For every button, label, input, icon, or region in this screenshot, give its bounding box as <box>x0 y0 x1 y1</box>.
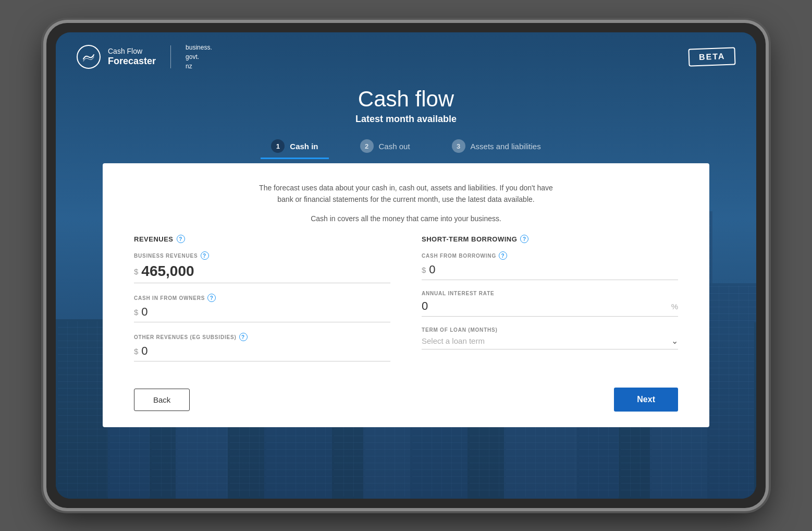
business-revenues-field: BUSINESS REVENUES ? $ <box>134 251 390 283</box>
card-actions: Back Next <box>134 388 678 412</box>
business-revenues-label: BUSINESS REVENUES ? <box>134 251 390 260</box>
other-revenues-label: OTHER REVENUES (EG SUBSIDIES) ? <box>134 333 390 341</box>
beta-badge: BETA <box>688 47 736 66</box>
revenues-title: REVENUES ? <box>134 235 390 243</box>
business-revenues-help-icon[interactable]: ? <box>201 251 209 260</box>
chevron-down-icon: ⌄ <box>671 336 678 346</box>
form-grid: REVENUES ? BUSINESS REVENUES ? $ <box>134 235 678 372</box>
steps-bar: 1 Cash in 2 Cash out 3 Assets and liabil… <box>56 125 756 158</box>
other-revenues-field: OTHER REVENUES (EG SUBSIDIES) ? $ <box>134 333 390 361</box>
logo-line1: Cash Flow <box>108 47 156 56</box>
logo-gov: business.govt.nz <box>186 43 212 71</box>
term-of-loan-select[interactable]: Select a loan term ⌄ <box>422 336 678 349</box>
step-3-label: Assets and liabilities <box>471 142 541 151</box>
short-term-borrowing-title: SHORT-TERM BORROWING ? <box>422 235 678 243</box>
main-card: The forecast uses data about your cash i… <box>103 163 709 427</box>
header: Cash Flow Forecaster business.govt.nz BE… <box>56 32 756 81</box>
step-2-label: Cash out <box>379 142 410 151</box>
cash-from-borrowing-field: CASH FROM BORROWING ? $ <box>422 251 678 280</box>
term-of-loan-placeholder: Select a loan term <box>422 336 485 345</box>
step-assets-liabilities[interactable]: 3 Assets and liabilities <box>431 134 562 158</box>
step-cash-out[interactable]: 2 Cash out <box>339 134 431 158</box>
other-revenues-input[interactable] <box>141 344 390 358</box>
logo-divider <box>170 45 171 68</box>
cash-in-from-owners-input[interactable] <box>141 305 390 319</box>
logo-text: Cash Flow Forecaster <box>108 47 156 67</box>
cash-from-borrowing-label: CASH FROM BORROWING ? <box>422 251 678 260</box>
business-revenues-input-wrap: $ <box>134 263 390 283</box>
title-area: Cash flow Latest month available <box>56 81 756 125</box>
step-3-number: 3 <box>452 139 465 153</box>
step-cash-in[interactable]: 1 Cash in <box>250 134 339 158</box>
cash-in-from-owners-label: CASH IN FROM OWNERS ? <box>134 294 390 302</box>
revenues-section: REVENUES ? BUSINESS REVENUES ? $ <box>134 235 390 372</box>
intro-line3: Cash in covers all the money that came i… <box>134 213 678 224</box>
back-button[interactable]: Back <box>134 389 190 411</box>
short-term-borrowing-help-icon[interactable]: ? <box>520 235 528 243</box>
business-revenues-input[interactable] <box>141 263 390 280</box>
page-subtitle: Latest month available <box>56 114 756 125</box>
cash-in-from-owners-help-icon[interactable]: ? <box>207 294 216 302</box>
other-revenues-help-icon[interactable]: ? <box>239 333 248 341</box>
intro-text: The forecast uses data about your cash i… <box>134 182 678 224</box>
page-title: Cash flow <box>56 87 756 112</box>
annual-interest-rate-input-wrap: % <box>422 299 678 317</box>
logo-line2: Forecaster <box>108 56 156 67</box>
step-1-label: Cash in <box>290 142 318 151</box>
annual-interest-rate-input[interactable] <box>422 299 671 313</box>
other-revenues-currency: $ <box>134 347 138 356</box>
term-of-loan-field: TERM OF LOAN (MONTHS) Select a loan term… <box>422 327 678 349</box>
cash-in-from-owners-currency: $ <box>134 308 138 317</box>
cash-in-from-owners-field: CASH IN FROM OWNERS ? $ <box>134 294 390 322</box>
step-1-number: 1 <box>271 139 285 153</box>
next-button[interactable]: Next <box>614 388 678 412</box>
device-frame: Cash Flow Forecaster business.govt.nz BE… <box>46 23 766 508</box>
cash-from-borrowing-currency: $ <box>422 266 426 274</box>
revenues-help-icon[interactable]: ? <box>177 235 185 243</box>
business-revenues-currency: $ <box>134 267 138 276</box>
logo-icon <box>77 45 101 69</box>
short-term-borrowing-section: SHORT-TERM BORROWING ? CASH FROM BORROWI… <box>422 235 678 372</box>
cash-from-borrowing-input[interactable] <box>429 263 678 276</box>
step-2-number: 2 <box>360 139 374 153</box>
cash-from-borrowing-input-wrap: $ <box>422 263 678 280</box>
term-of-loan-label: TERM OF LOAN (MONTHS) <box>422 327 678 333</box>
cash-from-borrowing-help-icon[interactable]: ? <box>499 251 507 260</box>
annual-interest-rate-label: ANNUAL INTEREST RATE <box>422 291 678 296</box>
cash-in-from-owners-input-wrap: $ <box>134 305 390 322</box>
logo-area: Cash Flow Forecaster business.govt.nz <box>77 43 212 71</box>
annual-interest-rate-field: ANNUAL INTEREST RATE % <box>422 291 678 317</box>
other-revenues-input-wrap: $ <box>134 344 390 361</box>
screen: Cash Flow Forecaster business.govt.nz BE… <box>56 32 756 499</box>
annual-interest-rate-suffix: % <box>671 302 678 311</box>
intro-line1: The forecast uses data about your cash i… <box>134 182 678 206</box>
